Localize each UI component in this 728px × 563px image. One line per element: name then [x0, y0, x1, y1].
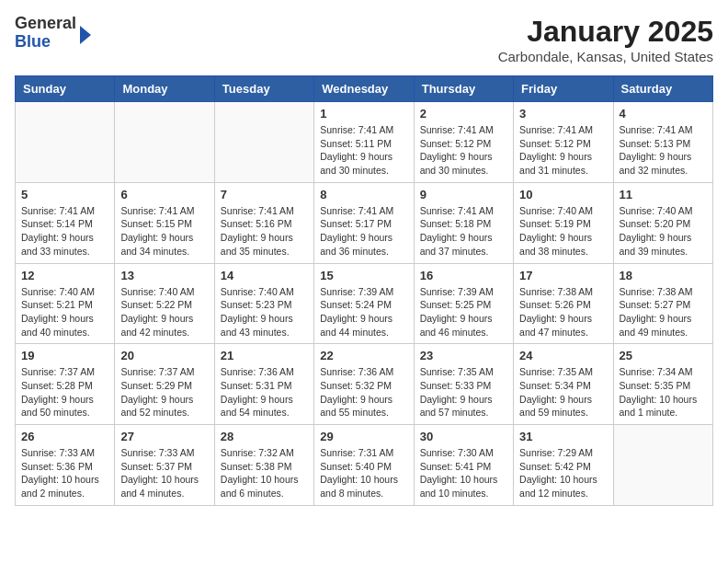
calendar-cell: 12Sunrise: 7:40 AM Sunset: 5:21 PM Dayli…	[16, 263, 115, 344]
day-info: Sunrise: 7:41 AM Sunset: 5:11 PM Dayligh…	[320, 123, 407, 178]
calendar-cell: 31Sunrise: 7:29 AM Sunset: 5:42 PM Dayli…	[514, 425, 613, 506]
day-number: 18	[620, 269, 707, 282]
calendar-cell: 23Sunrise: 7:35 AM Sunset: 5:33 PM Dayli…	[414, 344, 513, 425]
day-number: 12	[21, 269, 108, 282]
day-info: Sunrise: 7:38 AM Sunset: 5:26 PM Dayligh…	[519, 285, 607, 339]
month-title: January 2025	[498, 15, 713, 49]
calendar-cell: 9Sunrise: 7:41 AM Sunset: 5:18 PM Daylig…	[414, 182, 513, 263]
day-number: 22	[320, 349, 407, 362]
day-info: Sunrise: 7:40 AM Sunset: 5:19 PM Dayligh…	[519, 204, 607, 259]
calendar-cell: 15Sunrise: 7:39 AM Sunset: 5:24 PM Dayli…	[314, 263, 414, 344]
day-info: Sunrise: 7:30 AM Sunset: 5:41 PM Dayligh…	[420, 446, 507, 500]
day-number: 3	[519, 107, 607, 121]
calendar-cell: 4Sunrise: 7:41 AM Sunset: 5:13 PM Daylig…	[613, 102, 712, 183]
calendar-cell: 7Sunrise: 7:41 AM Sunset: 5:16 PM Daylig…	[214, 182, 313, 263]
day-info: Sunrise: 7:35 AM Sunset: 5:34 PM Dayligh…	[519, 365, 607, 419]
day-info: Sunrise: 7:41 AM Sunset: 5:15 PM Dayligh…	[120, 204, 208, 259]
calendar-cell: 10Sunrise: 7:40 AM Sunset: 5:19 PM Dayli…	[514, 182, 613, 263]
day-info: Sunrise: 7:38 AM Sunset: 5:27 PM Dayligh…	[620, 285, 707, 339]
day-number: 17	[519, 269, 607, 282]
calendar-cell: 22Sunrise: 7:36 AM Sunset: 5:32 PM Dayli…	[314, 344, 414, 425]
day-number: 25	[620, 349, 707, 362]
day-number: 14	[221, 269, 308, 282]
day-info: Sunrise: 7:33 AM Sunset: 5:37 PM Dayligh…	[120, 446, 208, 500]
day-number: 11	[620, 188, 707, 201]
day-number: 4	[620, 107, 707, 121]
calendar-cell: 1Sunrise: 7:41 AM Sunset: 5:11 PM Daylig…	[314, 102, 414, 183]
calendar-cell: 21Sunrise: 7:36 AM Sunset: 5:31 PM Dayli…	[214, 344, 313, 425]
day-number: 29	[320, 430, 407, 443]
weekday-header-row: SundayMondayTuesdayWednesdayThursdayFrid…	[16, 76, 713, 102]
weekday-header-tuesday: Tuesday	[214, 76, 313, 102]
day-info: Sunrise: 7:41 AM Sunset: 5:12 PM Dayligh…	[519, 123, 607, 178]
weekday-header-sunday: Sunday	[16, 76, 115, 102]
day-info: Sunrise: 7:36 AM Sunset: 5:32 PM Dayligh…	[320, 365, 407, 419]
day-number: 19	[21, 349, 108, 362]
calendar-week-1: 1Sunrise: 7:41 AM Sunset: 5:11 PM Daylig…	[16, 102, 713, 183]
day-info: Sunrise: 7:37 AM Sunset: 5:28 PM Dayligh…	[21, 365, 108, 419]
logo-text: General Blue	[15, 15, 76, 52]
calendar-cell: 13Sunrise: 7:40 AM Sunset: 5:22 PM Dayli…	[115, 263, 214, 344]
day-number: 13	[120, 269, 208, 282]
day-number: 1	[320, 107, 407, 121]
day-number: 16	[420, 269, 507, 282]
calendar-week-3: 12Sunrise: 7:40 AM Sunset: 5:21 PM Dayli…	[16, 263, 713, 344]
weekday-header-wednesday: Wednesday	[314, 76, 414, 102]
day-number: 30	[420, 430, 507, 443]
day-number: 2	[420, 107, 507, 121]
day-number: 5	[21, 188, 108, 201]
day-info: Sunrise: 7:40 AM Sunset: 5:20 PM Dayligh…	[620, 204, 707, 259]
day-info: Sunrise: 7:37 AM Sunset: 5:29 PM Dayligh…	[120, 365, 208, 419]
day-number: 6	[120, 188, 208, 201]
day-number: 24	[519, 349, 607, 362]
logo-arrow-icon	[80, 26, 91, 44]
day-number: 20	[120, 349, 208, 362]
day-info: Sunrise: 7:32 AM Sunset: 5:38 PM Dayligh…	[221, 446, 308, 500]
day-info: Sunrise: 7:40 AM Sunset: 5:21 PM Dayligh…	[21, 285, 108, 339]
day-info: Sunrise: 7:41 AM Sunset: 5:16 PM Dayligh…	[221, 204, 308, 259]
page-header: General Blue January 2025 Carbondale, Ka…	[15, 15, 713, 64]
calendar-cell: 16Sunrise: 7:39 AM Sunset: 5:25 PM Dayli…	[414, 263, 513, 344]
logo-blue: Blue	[15, 33, 76, 52]
day-info: Sunrise: 7:41 AM Sunset: 5:18 PM Dayligh…	[420, 204, 507, 259]
day-info: Sunrise: 7:36 AM Sunset: 5:31 PM Dayligh…	[221, 365, 308, 419]
day-number: 21	[221, 349, 308, 362]
day-info: Sunrise: 7:41 AM Sunset: 5:13 PM Dayligh…	[620, 123, 707, 178]
calendar-week-5: 26Sunrise: 7:33 AM Sunset: 5:36 PM Dayli…	[16, 425, 713, 506]
day-number: 31	[519, 430, 607, 443]
day-number: 7	[221, 188, 308, 201]
calendar-cell: 2Sunrise: 7:41 AM Sunset: 5:12 PM Daylig…	[414, 102, 513, 183]
weekday-header-thursday: Thursday	[414, 76, 513, 102]
day-number: 28	[221, 430, 308, 443]
day-number: 9	[420, 188, 507, 201]
calendar-cell	[613, 425, 712, 506]
day-info: Sunrise: 7:41 AM Sunset: 5:14 PM Dayligh…	[21, 204, 108, 259]
day-info: Sunrise: 7:41 AM Sunset: 5:17 PM Dayligh…	[320, 204, 407, 259]
day-info: Sunrise: 7:40 AM Sunset: 5:23 PM Dayligh…	[221, 285, 308, 339]
day-info: Sunrise: 7:39 AM Sunset: 5:24 PM Dayligh…	[320, 285, 407, 339]
day-number: 15	[320, 269, 407, 282]
calendar-cell: 19Sunrise: 7:37 AM Sunset: 5:28 PM Dayli…	[16, 344, 115, 425]
calendar-cell: 18Sunrise: 7:38 AM Sunset: 5:27 PM Dayli…	[613, 263, 712, 344]
location-text: Carbondale, Kansas, United States	[498, 49, 713, 64]
calendar-cell: 11Sunrise: 7:40 AM Sunset: 5:20 PM Dayli…	[613, 182, 712, 263]
title-section: January 2025 Carbondale, Kansas, United …	[498, 15, 713, 64]
calendar-cell: 17Sunrise: 7:38 AM Sunset: 5:26 PM Dayli…	[514, 263, 613, 344]
calendar-week-4: 19Sunrise: 7:37 AM Sunset: 5:28 PM Dayli…	[16, 344, 713, 425]
day-number: 26	[21, 430, 108, 443]
day-info: Sunrise: 7:29 AM Sunset: 5:42 PM Dayligh…	[519, 446, 607, 500]
day-info: Sunrise: 7:33 AM Sunset: 5:36 PM Dayligh…	[21, 446, 108, 500]
calendar-cell: 6Sunrise: 7:41 AM Sunset: 5:15 PM Daylig…	[115, 182, 214, 263]
calendar-cell: 27Sunrise: 7:33 AM Sunset: 5:37 PM Dayli…	[115, 425, 214, 506]
calendar-cell: 3Sunrise: 7:41 AM Sunset: 5:12 PM Daylig…	[514, 102, 613, 183]
weekday-header-saturday: Saturday	[613, 76, 712, 102]
calendar-cell	[16, 102, 115, 183]
calendar-table: SundayMondayTuesdayWednesdayThursdayFrid…	[15, 75, 713, 506]
weekday-header-friday: Friday	[514, 76, 613, 102]
calendar-cell: 25Sunrise: 7:34 AM Sunset: 5:35 PM Dayli…	[613, 344, 712, 425]
day-info: Sunrise: 7:35 AM Sunset: 5:33 PM Dayligh…	[420, 365, 507, 419]
calendar-cell: 20Sunrise: 7:37 AM Sunset: 5:29 PM Dayli…	[115, 344, 214, 425]
calendar-cell	[214, 102, 313, 183]
calendar-week-2: 5Sunrise: 7:41 AM Sunset: 5:14 PM Daylig…	[16, 182, 713, 263]
calendar-cell: 24Sunrise: 7:35 AM Sunset: 5:34 PM Dayli…	[514, 344, 613, 425]
